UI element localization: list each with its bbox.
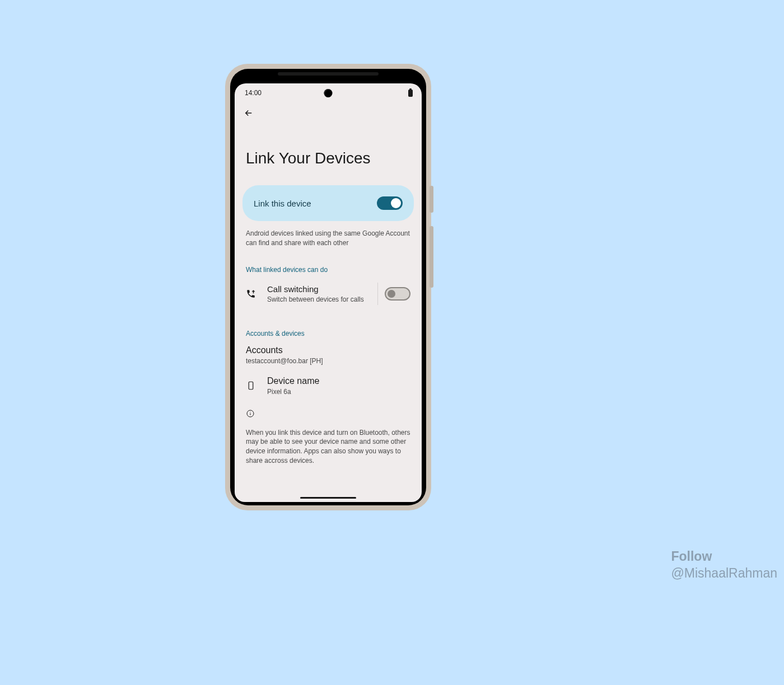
info-icon — [246, 409, 255, 418]
call-switching-subtitle: Switch between devices for calls — [267, 295, 371, 303]
phone-icon — [246, 381, 256, 391]
battery-icon — [408, 90, 413, 97]
row-divider — [377, 283, 378, 305]
watermark: Follow @MishaalRahman — [671, 548, 777, 582]
watermark-line1: Follow — [671, 548, 777, 565]
link-this-device-label: Link this device — [254, 199, 311, 208]
side-button-volume — [430, 226, 433, 288]
watermark-line2: @MishaalRahman — [671, 565, 777, 582]
page-title: Link Your Devices — [235, 123, 422, 177]
info-text: When you link this device and turn on Bl… — [235, 424, 422, 466]
device-name-row[interactable]: Device name Pixel 6a — [235, 366, 422, 399]
info-icon-row — [235, 399, 422, 424]
svg-point-3 — [250, 411, 250, 412]
device-name-value: Pixel 6a — [267, 388, 319, 396]
link-this-device-card[interactable]: Link this device — [242, 185, 414, 221]
screen: 14:00 Link Your Devices Link this device… — [235, 83, 422, 502]
svg-rect-0 — [249, 382, 253, 390]
call-switching-title: Call switching — [267, 284, 371, 294]
call-switching-toggle[interactable] — [385, 287, 410, 301]
accounts-email: testaccount@foo.bar [PH] — [246, 357, 410, 365]
device-name-title: Device name — [267, 376, 319, 386]
capabilities-header: What linked devices can do — [235, 248, 422, 276]
speaker-notch — [278, 72, 379, 76]
side-button-power — [430, 186, 433, 213]
accounts-devices-header: Accounts & devices — [235, 312, 422, 340]
phone-frame: 14:00 Link Your Devices Link this device… — [225, 64, 431, 510]
front-camera — [324, 89, 333, 97]
phone-callback-icon — [246, 289, 256, 299]
call-switching-row[interactable]: Call switching Switch between devices fo… — [235, 276, 422, 312]
back-arrow-icon[interactable] — [244, 108, 254, 118]
link-this-device-toggle[interactable] — [377, 196, 403, 210]
home-indicator[interactable] — [300, 497, 356, 499]
phone-bezel: 14:00 Link Your Devices Link this device… — [230, 69, 426, 505]
accounts-title: Accounts — [246, 345, 410, 355]
accounts-row[interactable]: Accounts testaccount@foo.bar [PH] — [235, 340, 422, 366]
status-time: 14:00 — [245, 89, 262, 97]
link-description: Android devices linked using the same Go… — [235, 221, 422, 248]
